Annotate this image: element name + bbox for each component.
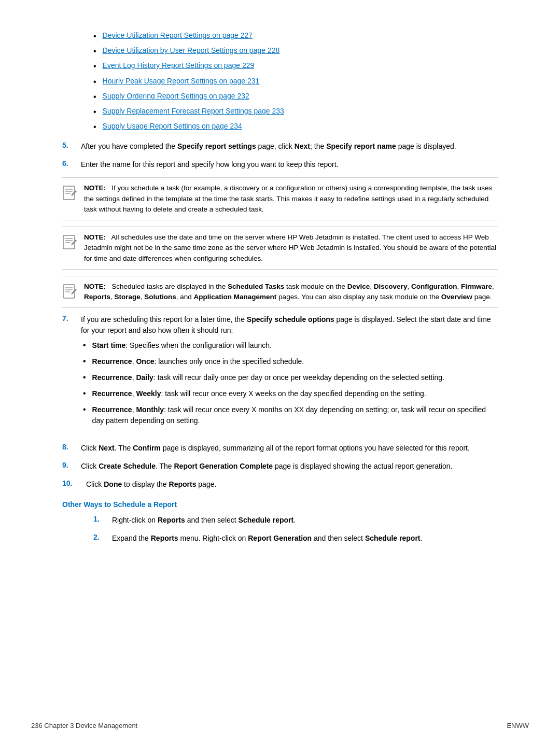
note-icon-svg [62, 184, 79, 201]
note-icon-1 [62, 184, 79, 201]
step-content: If you are scheduling this report for a … [81, 314, 498, 336]
svg-rect-8 [63, 285, 75, 298]
step-content: Enter the name for this report and speci… [81, 159, 498, 170]
step-10: 10. Click Done to display the Reports pa… [62, 479, 498, 490]
list-item: Supply Ordering Report Settings on page … [93, 92, 498, 102]
step-number: 1. [93, 515, 112, 523]
other-ways-heading: Other Ways to Schedule a Report [62, 500, 498, 509]
step-number: 6. [62, 159, 81, 167]
note-content-2: NOTE: All schedules use the date and tim… [84, 232, 498, 264]
step-8: 8. Click Next. The Confirm page is displ… [62, 443, 498, 454]
link-supply-ordering[interactable]: Supply Ordering Report Settings on page … [103, 92, 249, 100]
note-content-1: NOTE: If you schedule a task (for exampl… [84, 183, 498, 215]
svg-rect-4 [63, 235, 75, 249]
note-label-3: NOTE: [84, 283, 106, 290]
list-item: Recurrence, Daily: task will recur daily… [83, 372, 498, 383]
link-hourly-peak-usage[interactable]: Hourly Peak Usage Report Settings on pag… [103, 77, 260, 85]
footer-left: 236 Chapter 3 Device Management [31, 722, 137, 729]
link-device-utilization-user[interactable]: Device Utilization by User Report Settin… [103, 46, 280, 54]
step-number: 10. [62, 479, 86, 487]
step-6: 6. Enter the name for this report and sp… [62, 159, 498, 170]
other-ways-step-2: 2. Expand the Reports menu. Right-click … [93, 533, 498, 544]
step-content: Click Next. The Confirm page is displaye… [81, 443, 498, 454]
step-9: 9. Click Create Schedule. The Report Gen… [62, 461, 498, 472]
svg-rect-0 [63, 186, 75, 200]
step7-subitems: Start time: Specifies when the configura… [83, 340, 498, 431]
note-icon-3 [62, 283, 79, 299]
step-7: 7. If you are scheduling this report for… [62, 314, 498, 435]
link-event-log-history[interactable]: Event Log History Report Settings on pag… [103, 61, 255, 69]
note-box-3: NOTE: Scheduled tasks are displayed in t… [62, 276, 498, 308]
step-number: 8. [62, 443, 81, 451]
step-content: After you have completed the Specify rep… [81, 141, 498, 152]
list-item: Hourly Peak Usage Report Settings on pag… [93, 77, 498, 87]
list-item: Device Utilization Report Settings on pa… [93, 31, 498, 41]
note-label: NOTE: [84, 184, 106, 192]
list-item: Recurrence, Once: launches only once in … [83, 356, 498, 367]
note-box-1: NOTE: If you schedule a task (for exampl… [62, 177, 498, 220]
step-number: 9. [62, 461, 81, 469]
link-device-utilization[interactable]: Device Utilization Report Settings on pa… [103, 31, 253, 39]
page-content: Device Utilization Report Settings on pa… [0, 0, 560, 582]
note-content-3: NOTE: Scheduled tasks are displayed in t… [84, 282, 498, 303]
step-content: Click Create Schedule. The Report Genera… [81, 461, 498, 472]
link-supply-replacement-forecast[interactable]: Supply Replacement Forecast Report Setti… [103, 107, 284, 115]
links-list: Device Utilization Report Settings on pa… [93, 31, 498, 132]
other-ways-step-1: 1. Right-click on Reports and then selec… [93, 515, 498, 526]
list-item: Supply Replacement Forecast Report Setti… [93, 107, 498, 117]
note-icon-2 [62, 233, 79, 250]
note-label-2: NOTE: [84, 233, 106, 241]
step-content: Click Done to display the Reports page. [86, 479, 498, 490]
link-supply-usage[interactable]: Supply Usage Report Settings on page 234 [103, 122, 242, 130]
list-item: Recurrence, Weekly: task will recur once… [83, 388, 498, 399]
note-icon-svg-2 [62, 233, 79, 250]
step-content: Expand the Reports menu. Right-click on … [112, 533, 498, 544]
list-item: Event Log History Report Settings on pag… [93, 61, 498, 71]
step-5: 5. After you have completed the Specify … [62, 141, 498, 152]
footer-right: ENWW [507, 722, 529, 729]
list-item: Device Utilization by User Report Settin… [93, 46, 498, 56]
step-number: 2. [93, 533, 112, 541]
step-number: 7. [62, 314, 81, 322]
list-item: Start time: Specifies when the configura… [83, 340, 498, 351]
note-box-2: NOTE: All schedules use the date and tim… [62, 227, 498, 270]
step-number: 5. [62, 141, 81, 149]
note-icon-svg-3 [62, 283, 79, 299]
page-footer: 236 Chapter 3 Device Management ENWW [0, 722, 560, 729]
step-content: Right-click on Reports and then select S… [112, 515, 498, 526]
list-item: Recurrence, Monthly: task will recur onc… [83, 404, 498, 426]
list-item: Supply Usage Report Settings on page 234 [93, 122, 498, 132]
